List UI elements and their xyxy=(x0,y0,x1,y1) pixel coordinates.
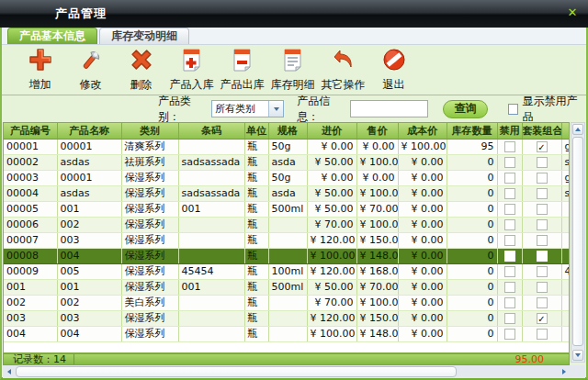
cell-disabled[interactable] xyxy=(497,263,522,279)
cell-disabled[interactable] xyxy=(497,201,522,217)
table-row[interactable]: 0000100001清爽系列瓶50g¥ 0.00¥ 0.00¥ 100.0095… xyxy=(4,139,570,154)
table-row[interactable]: 004004保湿系列瓶¥ 100.00¥ 148.0¥ 0.000 xyxy=(4,326,570,341)
search-button[interactable]: 查询 xyxy=(443,100,487,118)
column-header[interactable]: 进价 xyxy=(307,123,356,139)
tab-product-basic-info[interactable]: 产品基本信息 xyxy=(7,28,97,44)
cell-bundle[interactable] xyxy=(522,232,561,248)
disabled-checkbox[interactable] xyxy=(504,235,515,246)
scroll-right-icon[interactable] xyxy=(559,366,570,377)
cell-disabled[interactable] xyxy=(497,154,522,170)
toolbar-button-stock-detail[interactable]: 库存明细 xyxy=(267,47,318,93)
cell-disabled[interactable] xyxy=(497,295,522,310)
table-row[interactable]: 00002asdas祛斑系列sadsassada瓶asda¥ 50.00¥ 10… xyxy=(4,154,570,170)
scroll-down-icon[interactable] xyxy=(572,350,583,361)
vertical-scrollbar[interactable] xyxy=(571,122,585,363)
chevron-down-icon[interactable] xyxy=(268,101,283,117)
toolbar-button-stock-out[interactable]: 产品出库 xyxy=(217,47,267,93)
close-icon[interactable]: ✕ xyxy=(564,6,581,20)
table-row[interactable]: 00009005保湿系列45454瓶100ml¥ 120.00¥ 168.0¥ … xyxy=(4,263,570,279)
column-header[interactable]: 条码 xyxy=(178,123,244,139)
bundle-checkbox[interactable] xyxy=(537,251,548,262)
cell-bundle[interactable] xyxy=(522,154,561,170)
show-disabled-checkbox[interactable] xyxy=(508,104,519,115)
bundle-checkbox[interactable] xyxy=(537,188,548,199)
cell-bundle[interactable] xyxy=(522,170,561,185)
disabled-checkbox[interactable] xyxy=(504,282,515,293)
category-select[interactable]: 所有类别 xyxy=(211,100,284,117)
toolbar-button-exit[interactable]: 退出 xyxy=(368,47,419,93)
column-header[interactable]: 规格 xyxy=(268,123,307,139)
cell-disabled[interactable] xyxy=(497,232,522,248)
column-header[interactable]: 成本价 xyxy=(398,123,447,139)
column-header[interactable] xyxy=(561,123,570,139)
toolbar-button-delete[interactable]: 删除 xyxy=(116,47,166,93)
table-row[interactable]: 00005001保湿系列001瓶500ml¥ 50.00¥ 70.00¥ 0.0… xyxy=(4,201,570,217)
disabled-checkbox[interactable] xyxy=(504,266,515,277)
cell-disabled[interactable] xyxy=(497,310,522,326)
horizontal-scroll-thumb[interactable] xyxy=(16,366,457,377)
disabled-checkbox[interactable] xyxy=(504,204,515,215)
column-header[interactable]: 产品编号 xyxy=(4,123,57,139)
disabled-checkbox[interactable] xyxy=(504,251,515,262)
disabled-checkbox[interactable] xyxy=(504,173,515,184)
bundle-checkbox[interactable] xyxy=(537,157,548,168)
bundle-checkbox[interactable] xyxy=(537,173,548,184)
cell-bundle[interactable] xyxy=(522,310,561,326)
cell-disabled[interactable] xyxy=(497,248,522,263)
cell-disabled[interactable] xyxy=(497,185,522,201)
cell-bundle[interactable] xyxy=(522,139,561,154)
column-header[interactable]: 产品名称 xyxy=(57,123,121,139)
disabled-checkbox[interactable] xyxy=(504,141,515,152)
cell-disabled[interactable] xyxy=(497,326,522,341)
horizontal-scrollbar[interactable] xyxy=(3,365,585,378)
cell-bundle[interactable] xyxy=(522,279,561,295)
column-header[interactable]: 禁用 xyxy=(497,123,522,139)
bundle-checkbox[interactable] xyxy=(537,297,548,308)
cell-bundle[interactable] xyxy=(522,201,561,217)
table-row[interactable]: 00007003保湿系列瓶¥ 120.00¥ 150.0¥ 0.000 xyxy=(4,232,570,248)
table-row[interactable]: 002002美白系列瓶¥ 70.00¥ 100.0¥ 0.000 xyxy=(4,295,570,310)
table-row[interactable]: 003003保湿系列瓶¥ 120.00¥ 150.0¥ 0.000 xyxy=(4,310,570,326)
column-header[interactable]: 套装组合 xyxy=(522,123,561,139)
scroll-left-icon[interactable] xyxy=(4,366,15,377)
column-header[interactable]: 单位 xyxy=(244,123,268,139)
bundle-checkbox[interactable] xyxy=(537,282,548,293)
disabled-checkbox[interactable] xyxy=(504,297,515,308)
table-row[interactable]: 00004asdas保湿系列sadsassada瓶asda¥ 50.00¥ 10… xyxy=(4,185,570,201)
cell-bundle[interactable] xyxy=(522,185,561,201)
tab-stock-movement-detail[interactable]: 库存变动明细 xyxy=(99,28,189,44)
disabled-checkbox[interactable] xyxy=(504,157,515,168)
cell-bundle[interactable] xyxy=(522,217,561,232)
cell-disabled[interactable] xyxy=(497,139,522,154)
bundle-checkbox[interactable] xyxy=(537,219,548,230)
table-row[interactable]: 001001保湿系列001瓶500ml¥ 50.00¥ 70.00¥ 0.000 xyxy=(4,279,570,295)
toolbar-button-add[interactable]: 增加 xyxy=(15,47,65,93)
cell-disabled[interactable] xyxy=(497,170,522,185)
bundle-checkbox[interactable] xyxy=(537,235,548,246)
column-header[interactable]: 类别 xyxy=(121,123,178,139)
bundle-checkbox[interactable] xyxy=(537,204,548,215)
table-row[interactable]: 00008004保湿系列瓶¥ 100.00¥ 148.0¥ 0.000 xyxy=(4,248,570,263)
cell-bundle[interactable] xyxy=(522,295,561,310)
column-header[interactable]: 售价 xyxy=(356,123,398,139)
toolbar-button-stock-in[interactable]: 产品入库 xyxy=(166,47,217,93)
scroll-up-icon[interactable] xyxy=(572,124,583,135)
column-header[interactable]: 库存数量 xyxy=(447,123,497,139)
cell-disabled[interactable] xyxy=(497,217,522,232)
disabled-checkbox[interactable] xyxy=(504,219,515,230)
bundle-checkbox[interactable] xyxy=(537,313,548,324)
disabled-checkbox[interactable] xyxy=(504,188,515,199)
toolbar-button-other-actions[interactable]: 其它操作 xyxy=(318,47,368,93)
table-row[interactable]: 0000300001保湿系列瓶50g¥ 0.00¥ 0.00¥ 0.000g xyxy=(4,170,570,185)
cell-bundle[interactable] xyxy=(522,248,561,263)
product-info-input[interactable] xyxy=(350,100,428,117)
cell-disabled[interactable] xyxy=(497,279,522,295)
disabled-checkbox[interactable] xyxy=(504,329,515,340)
cell-bundle[interactable] xyxy=(522,326,561,341)
bundle-checkbox[interactable] xyxy=(537,266,548,277)
vertical-scroll-thumb[interactable] xyxy=(572,137,583,346)
cell-bundle[interactable] xyxy=(522,263,561,279)
bundle-checkbox[interactable] xyxy=(537,141,548,152)
disabled-checkbox[interactable] xyxy=(504,313,515,324)
toolbar-button-edit[interactable]: 修改 xyxy=(65,47,116,93)
